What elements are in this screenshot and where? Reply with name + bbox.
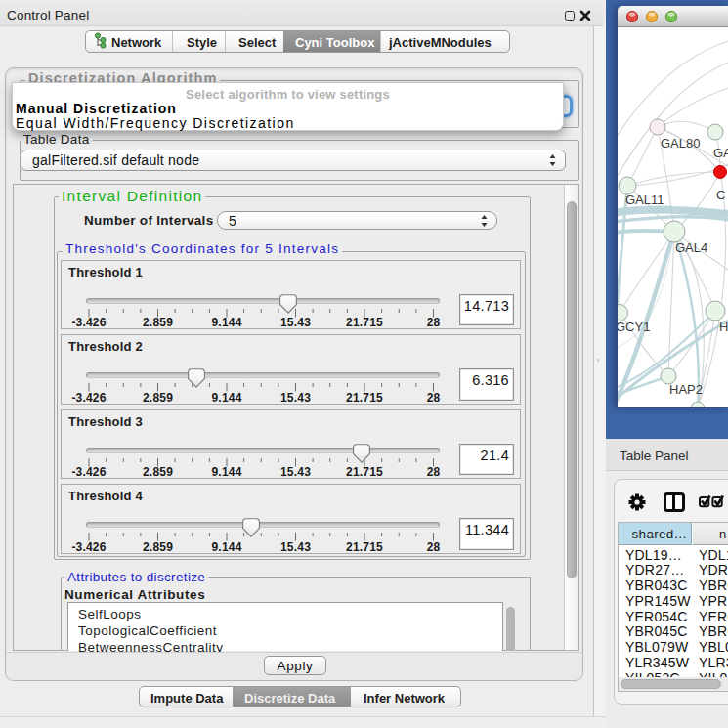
svg-text:GAL4: GAL4: [675, 240, 707, 255]
svg-text:GAL80: GAL80: [661, 136, 700, 150]
svg-text:HAP2: HAP2: [669, 382, 703, 397]
svg-text:C: C: [716, 188, 725, 202]
svg-text:GAL11: GAL11: [625, 193, 664, 207]
svg-text:H: H: [719, 320, 728, 334]
svg-text:GA: GA: [713, 146, 728, 160]
svg-text:GCY1: GCY1: [618, 320, 650, 334]
